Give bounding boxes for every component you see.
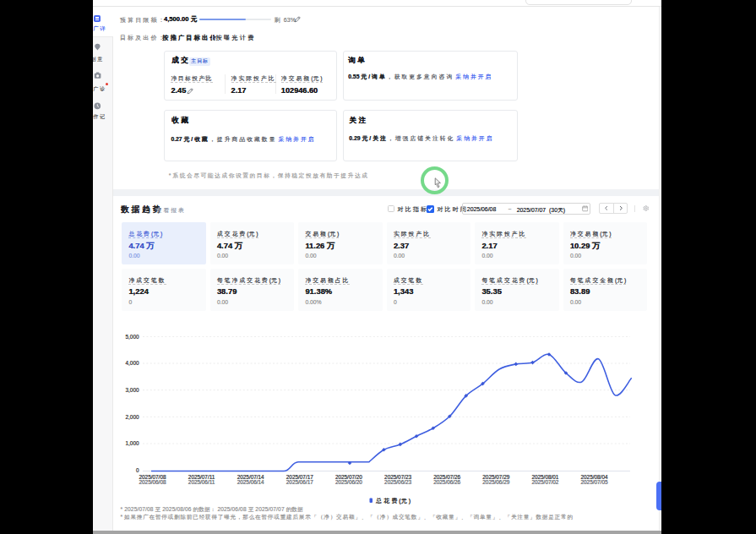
svg-text:2025/06/23: 2025/06/23 bbox=[384, 479, 411, 485]
svg-text:2025/06/29: 2025/06/29 bbox=[482, 479, 509, 485]
svg-text:2025/06/20: 2025/06/20 bbox=[335, 479, 362, 485]
svg-text:2025/07/05: 2025/07/05 bbox=[581, 479, 608, 485]
svg-text:2025/06/26: 2025/06/26 bbox=[433, 479, 460, 485]
svg-text:2025/06/14: 2025/06/14 bbox=[237, 479, 264, 485]
svg-text:4,000: 4,000 bbox=[126, 360, 139, 366]
svg-text:2025/06/11: 2025/06/11 bbox=[188, 479, 215, 485]
svg-text:2025/06/17: 2025/06/17 bbox=[286, 479, 313, 485]
svg-text:2025/06/08: 2025/06/08 bbox=[139, 479, 166, 485]
svg-text:3,000: 3,000 bbox=[126, 387, 139, 393]
svg-text:5,000: 5,000 bbox=[126, 334, 139, 340]
svg-text:2025/07/02: 2025/07/02 bbox=[531, 479, 558, 485]
svg-text:2,000: 2,000 bbox=[126, 414, 139, 420]
svg-text:1,000: 1,000 bbox=[126, 440, 139, 446]
svg-text:0: 0 bbox=[136, 467, 139, 473]
svg-text:总花费(元): 总花费(元) bbox=[375, 498, 411, 504]
